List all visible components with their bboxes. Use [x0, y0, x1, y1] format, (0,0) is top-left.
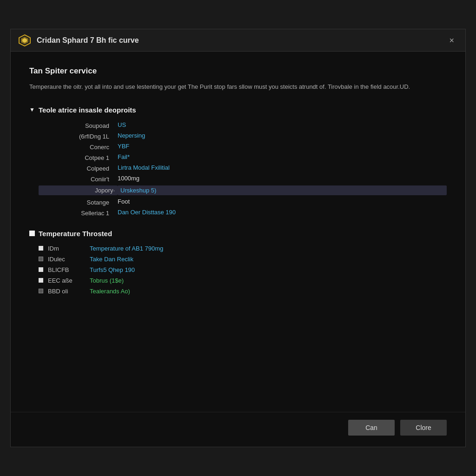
title-bar: Cridan Sphard 7 Bh fic curve ×: [11, 29, 465, 52]
square-icon: [29, 231, 35, 236]
dialog-footer: Can Clore: [11, 412, 465, 447]
app-icon: [18, 34, 31, 47]
sub-label-1: IDulec: [48, 256, 85, 263]
kv-key-6: Jopory·: [39, 185, 118, 195]
sub-item-3: EEC aße Tobrus (1$e): [39, 277, 447, 284]
kv-value-1: Nepersing: [118, 132, 447, 140]
sub-value-2: Turfs5 Qhep 190: [90, 266, 135, 273]
cancel-button[interactable]: Can: [348, 420, 395, 436]
kv-value-0: US: [118, 121, 447, 129]
sub-label-0: IDm: [48, 245, 85, 252]
kv-key-5: Coniir't: [39, 175, 118, 183]
sub-value-1: Take Dan Reclik: [90, 256, 133, 263]
sub-value-4: Tealerands Ao): [90, 288, 130, 295]
kv-value-2: YBF: [118, 143, 447, 151]
dialog-content: Tan Spiter cervice Temperaure the oitr. …: [11, 52, 465, 412]
kv-value-4: Lirtra Modal Fxilitial: [118, 164, 447, 172]
kv-key-4: Colpeed: [39, 164, 118, 172]
kv-value-8: Dan Oer Disttase 190: [118, 209, 447, 217]
sub-bullet-4: [39, 289, 43, 293]
close-button[interactable]: ×: [445, 34, 458, 46]
sub-bullet-0: [39, 246, 43, 251]
sub-label-4: BBD oli: [48, 288, 85, 295]
sub-items-list: IDm Temperature of AB1 790mg IDulec Take…: [39, 245, 447, 295]
subsection-header[interactable]: Temperature Throsted: [29, 230, 447, 238]
sub-item-2: BLICFB Turfs5 Qhep 190: [39, 266, 447, 273]
subsection: Temperature Throsted IDm Temperature of …: [29, 230, 447, 295]
kv-key-2: Conerc: [39, 143, 118, 151]
sub-bullet-3: [39, 278, 43, 283]
sub-label-2: BLICFB: [48, 266, 85, 273]
window-title: Cridan Sphard 7 Bh fic curve: [37, 36, 139, 45]
title-bar-left: Cridan Sphard 7 Bh fic curve: [18, 34, 139, 47]
subsection-title: Temperature Throsted: [39, 230, 112, 238]
kv-value-5: 1000mg: [118, 175, 447, 183]
collapsible-header[interactable]: ▼ Teole atrice insasle deoproits: [29, 106, 447, 114]
kv-key-7: Sotange: [39, 198, 118, 206]
kv-key-8: Selleriac 1: [39, 209, 118, 217]
kv-value-7: Foot: [118, 198, 447, 206]
kv-key-1: (6rfIDng 1L: [39, 132, 118, 140]
sub-label-3: EEC aße: [48, 277, 85, 284]
kv-key-0: Soupoad: [39, 121, 118, 129]
sub-bullet-2: [39, 267, 43, 272]
sub-value-0: Temperature of AB1 790mg: [90, 245, 163, 252]
collapsible-section: ▼ Teole atrice insasle deoproits Soupoad…: [29, 106, 447, 217]
sub-item-0: IDm Temperature of AB1 790mg: [39, 245, 447, 252]
kv-key-3: Cotpee 1: [39, 153, 118, 161]
sub-item-1: IDulec Take Dan Reclik: [39, 256, 447, 263]
header-description: Temperaure the oitr. yot all into and us…: [29, 82, 447, 92]
sub-item-4: BBD oli Tealerands Ao): [39, 288, 447, 295]
header-title: Tan Spiter cervice: [29, 66, 447, 76]
dialog-window: Cridan Sphard 7 Bh fic curve × Tan Spite…: [10, 29, 466, 447]
collapse-triangle-icon: ▼: [29, 106, 35, 113]
kv-value-3: Fail*: [118, 153, 447, 161]
sub-value-3: Tobrus (1$e): [90, 277, 124, 284]
close-button-footer[interactable]: Clore: [400, 420, 447, 436]
key-value-table: Soupoad US (6rfIDng 1L Nepersing Conerc …: [39, 121, 447, 217]
sub-bullet-1: [39, 257, 43, 261]
kv-value-6: Urskeshup 5): [118, 185, 447, 195]
collapsible-title: Teole atrice insasle deoproits: [39, 106, 136, 114]
